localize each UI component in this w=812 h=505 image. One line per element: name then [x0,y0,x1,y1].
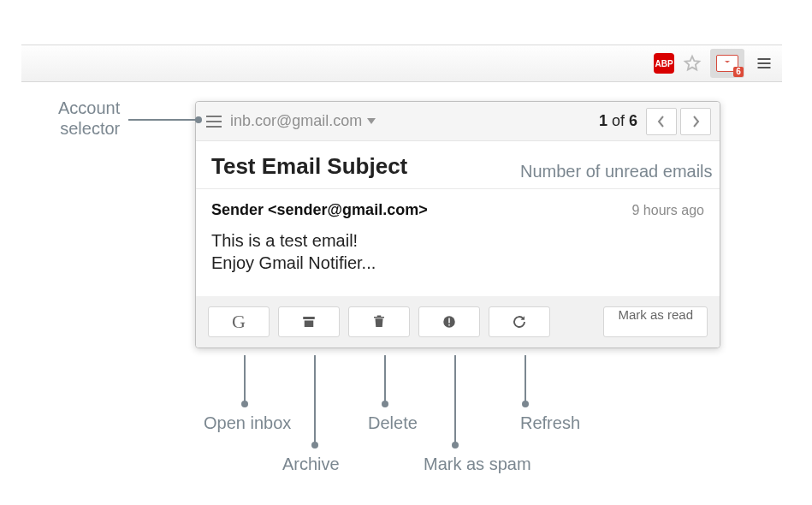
annotation-open-inbox: Open inbox [204,413,291,433]
account-selector[interactable]: inb.cor@gmail.com [230,112,376,130]
browser-menu-icon[interactable] [751,50,777,76]
meta-row: Sender <sender@gmail.com> 9 hours ago [196,189,720,224]
svg-rect-1 [448,318,450,324]
email-body: This is a test email! Enjoy Gmail Notifi… [196,224,720,296]
popup-header: inb.cor@gmail.com 1 of 6 [196,102,720,141]
open-inbox-button[interactable]: G [208,306,270,337]
gmail-notifier-button[interactable]: 6 [710,49,744,78]
mark-as-read-button[interactable]: Mark as read [603,306,708,337]
gmail-popup: inb.cor@gmail.com 1 of 6 Test Email Subj… [195,101,720,348]
annotation-delete: Delete [368,413,418,433]
browser-toolbar: ABP 6 [21,45,782,82]
refresh-button[interactable] [489,306,550,337]
body-line-1: This is a test email! [211,229,704,252]
unread-count-badge: 6 [733,67,744,77]
svg-point-14 [522,401,529,407]
adblock-plus-icon[interactable]: ABP [654,53,674,74]
annotation-unread: Number of unread emails [520,161,713,181]
annotation-account-selector: Account [58,98,120,117]
email-sender: Sender <sender@gmail.com> [211,201,631,219]
next-email-button[interactable] [680,108,711,135]
body-line-2: Enjoy Gmail Notifier... [211,252,704,274]
annotation-spam: Mark as spam [424,454,531,474]
svg-rect-2 [448,324,450,326]
hamburger-icon[interactable] [206,116,222,128]
email-time: 9 hours ago [631,203,704,218]
mark-spam-button[interactable] [418,306,480,337]
svg-point-8 [311,442,318,449]
svg-point-6 [241,401,248,407]
delete-button[interactable] [348,306,410,337]
account-email: inb.cor@gmail.com [230,112,362,130]
chevron-down-icon [367,118,376,124]
prev-email-button[interactable] [646,108,677,135]
email-counter: 1 of 6 [599,112,637,130]
bookmark-star-icon[interactable] [681,52,703,74]
annotation-refresh: Refresh [520,413,580,433]
svg-point-12 [452,442,459,449]
svg-point-10 [382,401,388,407]
action-bar: G Mark as read [196,296,720,348]
annotation-archive: Archive [282,454,340,474]
archive-button[interactable] [278,306,340,337]
